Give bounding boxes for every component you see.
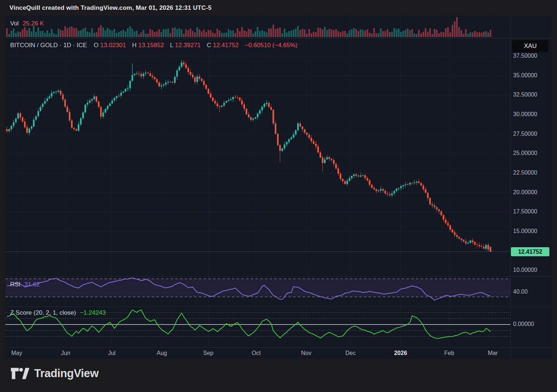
price-tick-label: 35.00000 xyxy=(513,72,537,79)
time-tick-label: Mar xyxy=(488,350,498,356)
zscore-value: −1.24243 xyxy=(80,309,106,316)
price-tick-label: 17.50000 xyxy=(513,208,537,215)
price-tick-label: 20.00000 xyxy=(513,189,537,196)
time-tick-label: Sep xyxy=(203,350,213,356)
price-tick-label: 30.00000 xyxy=(513,111,537,118)
time-tick-label: 2026 xyxy=(394,350,407,356)
tradingview-screenshot: VinceQuill created with TradingView.com,… xyxy=(0,0,557,392)
price-tick-label: 32.50000 xyxy=(513,91,537,98)
tradingview-wordmark: TradingView xyxy=(34,367,99,380)
time-tick-label: May xyxy=(11,350,22,356)
time-tick-label: Aug xyxy=(157,350,167,356)
chart-container[interactable]: Vol 25.26 K BITCOIN / GOLD · 1D · ICE O … xyxy=(5,16,552,359)
rsi-value: 31.62 xyxy=(24,281,40,288)
time-tick-label: Dec xyxy=(345,350,356,356)
high-value: 13.15852 xyxy=(138,42,164,49)
price-tick-label: 37.50000 xyxy=(513,53,537,59)
rsi-legend[interactable]: RSI 31.62 xyxy=(10,281,42,288)
symbol-title: BITCOIN / GOLD · 1D · ICE xyxy=(10,42,87,49)
zscore-legend[interactable]: Z Score (20, 2, 1, close) −1.24243 xyxy=(10,309,108,317)
time-tick-label: Jul xyxy=(108,350,115,356)
price-tick-label: 22.50000 xyxy=(513,170,537,176)
time-tick-label: Jun xyxy=(61,350,70,356)
time-tick-label: Nov xyxy=(301,350,311,356)
rsi-label: RSI xyxy=(10,281,20,288)
volume-legend[interactable]: Vol 25.26 K xyxy=(10,20,46,27)
price-tick-label: 10.00000 xyxy=(513,267,537,273)
open-label: O xyxy=(94,42,98,49)
low-value: 12.39271 xyxy=(175,42,201,49)
price-tick-label: 25.00000 xyxy=(513,150,537,156)
price-tick-label: 15.00000 xyxy=(513,228,537,234)
symbol-legend[interactable]: BITCOIN / GOLD · 1D · ICE O 13.02301 H 1… xyxy=(10,42,300,49)
time-tick-label: Oct xyxy=(252,350,261,356)
last-price-badge: 12.41752 xyxy=(511,247,549,256)
chart-attribution-title: VinceQuill created with TradingView.com,… xyxy=(9,4,212,12)
quote-currency-badge[interactable]: XAU xyxy=(512,40,549,52)
change-value: −0.60510 (−4.65%) xyxy=(245,42,298,49)
chart-plot[interactable] xyxy=(5,16,552,359)
close-value: 12.41752 xyxy=(213,42,239,49)
time-tick-label: Feb xyxy=(444,350,454,356)
tradingview-logo-icon xyxy=(11,367,30,380)
close-label: C xyxy=(207,42,211,49)
zscore-axis-tick[interactable]: 0.00000 xyxy=(513,321,534,327)
tradingview-footer[interactable]: TradingView xyxy=(11,367,99,380)
volume-label: Vol xyxy=(10,20,19,27)
chart-canvas[interactable] xyxy=(5,16,552,359)
low-label: L xyxy=(170,42,173,49)
high-label: H xyxy=(132,42,136,49)
rsi-axis-tick[interactable]: 40.00 xyxy=(513,289,528,295)
zscore-label: Z Score (20, 2, 1, close) xyxy=(10,309,76,316)
open-value: 13.02301 xyxy=(100,42,126,49)
volume-value: 25.26 K xyxy=(22,20,44,27)
price-tick-label: 27.50000 xyxy=(513,131,537,137)
